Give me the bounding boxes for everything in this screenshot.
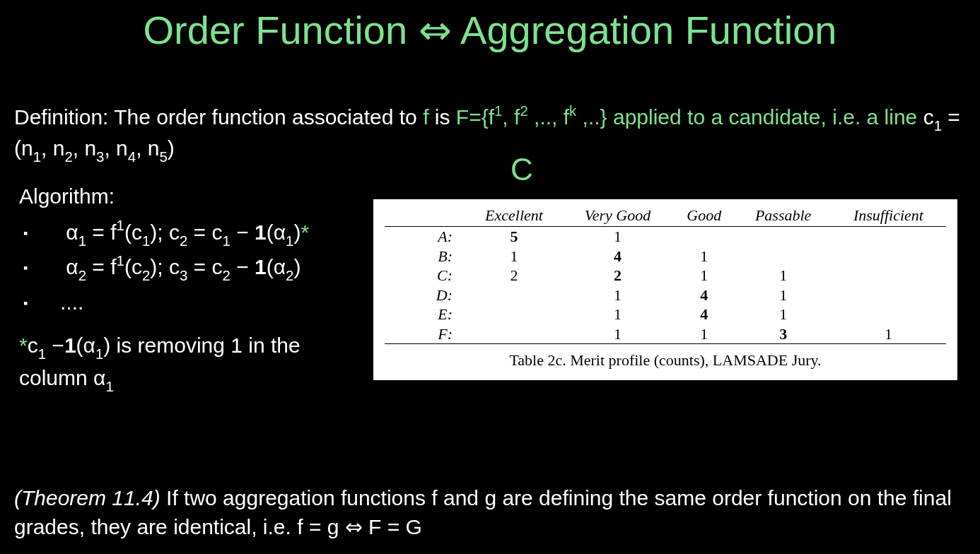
footnote-text: *c1 −1(α1) is removing 1 in the column α… <box>19 331 351 395</box>
fset-post: ,..} <box>576 105 607 129</box>
s2e: = c <box>187 255 222 278</box>
fset-pre: F={f <box>456 105 494 129</box>
fnc: 1 <box>64 334 76 357</box>
table-cell: 4 <box>672 305 735 324</box>
def-applied: applied to a candidate, i.e. a <box>607 105 885 129</box>
table-cell <box>831 285 946 305</box>
table-cell: 4 <box>672 285 735 305</box>
table-row: D:141 <box>385 285 946 305</box>
table-cell: 1 <box>563 285 672 305</box>
table-cell: 1 <box>735 266 830 285</box>
algo-step-2: α2 = f1(c2); c3 = c2 − 1(α2) <box>19 251 309 286</box>
row-label: F: <box>385 324 465 344</box>
tclose: ) <box>168 136 175 160</box>
row-label: A: <box>385 227 465 247</box>
tpre: c <box>917 105 933 129</box>
algorithm-list: α1 = f1(c1); c2 = c1 − 1(α1)* α2 = f1(c2… <box>19 216 309 319</box>
table-cell: 1 <box>563 227 672 247</box>
table-cell: 1 <box>563 305 672 324</box>
s1c: (c <box>124 220 142 244</box>
table-cell <box>831 266 946 285</box>
algorithm-heading: Algorithm: <box>19 180 309 213</box>
table-row: B:141 <box>385 247 946 266</box>
s2a: α <box>66 255 78 278</box>
algo-step-3: .... <box>19 286 309 319</box>
table-row: F:1131 <box>385 324 946 344</box>
table-cell: 1 <box>672 324 735 344</box>
row-label: C: <box>385 266 465 285</box>
algo-step-1: α1 = f1(c1); c2 = c1 − 1(α1)* <box>19 216 309 252</box>
merit-table-container: ExcellentVery GoodGoodPassableInsufficie… <box>373 199 957 380</box>
table-row: C:2211 <box>385 266 946 285</box>
tc4: , n <box>104 136 127 160</box>
table-cell <box>465 305 563 324</box>
s1f: − <box>231 220 255 244</box>
table-row: A:51 <box>385 227 946 247</box>
table-cell: 3 <box>735 324 830 344</box>
fnstar: * <box>19 334 28 357</box>
algorithm-block: Algorithm: α1 = f1(c1); c2 = c1 − 1(α1)*… <box>19 180 309 319</box>
slide-title: Order Function ⇔ Aggregation Function <box>0 7 980 53</box>
table-cell: 2 <box>465 266 563 285</box>
def-lead: Definition: The order function associate… <box>14 105 423 129</box>
s1i: ) <box>293 220 301 244</box>
table-cell <box>735 227 830 247</box>
c-label: C <box>511 152 533 187</box>
table-cell: 1 <box>465 247 563 266</box>
table-cell <box>672 227 735 247</box>
merit-col-header: Very Good <box>563 205 672 227</box>
def-fset: F={f1, f2 ,.., fk ,..} <box>456 105 607 129</box>
fset-mid2: ,.., f <box>528 105 569 129</box>
table-cell <box>465 324 563 344</box>
merit-col-header: Insufficient <box>831 205 946 227</box>
s2d: ); c <box>150 255 180 278</box>
fna: c <box>28 334 38 357</box>
table-cell: 1 <box>672 266 735 285</box>
row-label: E: <box>385 305 465 324</box>
definition-text: Definition: The order function associate… <box>14 102 966 165</box>
theorem-label: (Theorem 11.4) <box>14 486 161 509</box>
merit-table: ExcellentVery GoodGoodPassableInsufficie… <box>385 205 946 344</box>
row-label: B: <box>385 247 465 266</box>
s1a: α <box>66 220 78 244</box>
theorem-text: (Theorem 11.4) If two aggregation functi… <box>14 484 966 541</box>
table-row: E:141 <box>385 305 946 324</box>
table-cell <box>735 247 830 266</box>
table-cell <box>465 285 563 305</box>
table-cell <box>831 305 946 324</box>
tc2: , n <box>41 136 64 160</box>
table-cell: 1 <box>735 285 830 305</box>
def-line: line <box>885 105 918 129</box>
merit-table-head: ExcellentVery GoodGoodPassableInsufficie… <box>385 205 946 227</box>
tc3: , n <box>73 136 96 160</box>
merit-table-body: A:51B:141C:2211D:141E:141F:1131 <box>385 227 946 344</box>
fset-mid1: , f <box>502 105 520 129</box>
s2i: ) <box>293 255 301 278</box>
s1b: = f <box>86 220 117 244</box>
s1h: (α <box>267 220 286 244</box>
tc5: , n <box>136 136 159 160</box>
fnd: (α <box>76 334 95 357</box>
table-cell: 4 <box>563 247 672 266</box>
table-cell: 1 <box>672 247 735 266</box>
merit-col-header: Excellent <box>465 205 563 227</box>
table-cell: 1 <box>735 305 830 324</box>
table-cell: 2 <box>563 266 672 285</box>
s1d: ); c <box>150 220 180 244</box>
s2c: (c <box>124 255 142 278</box>
table-cell: 1 <box>831 324 946 344</box>
merit-col-header: Passable <box>735 205 830 227</box>
s2g: 1 <box>255 255 267 278</box>
merit-table-header-row: ExcellentVery GoodGoodPassableInsufficie… <box>385 205 946 227</box>
s1g: 1 <box>255 220 267 244</box>
table-cell: 5 <box>465 227 563 247</box>
fnb: − <box>46 334 64 357</box>
s1e: = c <box>187 220 222 244</box>
def-is: is <box>428 105 455 129</box>
table-cell: 1 <box>563 324 672 344</box>
slide-root: Order Function ⇔ Aggregation Function De… <box>0 0 980 554</box>
table-cell <box>831 227 946 247</box>
merit-table-caption: Table 2c. Merit profile (counts), LAMSAD… <box>385 351 946 370</box>
row-label: D: <box>385 285 465 305</box>
s1star: * <box>301 220 309 244</box>
